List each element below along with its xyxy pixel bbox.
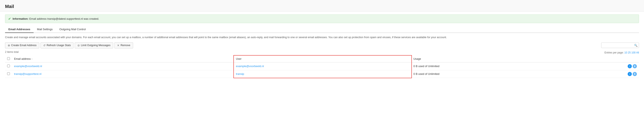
limit-outgoing-messages-label: Limit Outgoing Messages bbox=[81, 44, 110, 47]
entries-all-link[interactable]: All bbox=[636, 51, 639, 54]
limit-icon: ⊘ bbox=[78, 44, 80, 47]
usage-column-label: Usage bbox=[414, 57, 421, 60]
select-all-header bbox=[5, 56, 12, 62]
row-1-checkbox-cell bbox=[5, 62, 12, 70]
tab-bar: Email Addresses Mail Settings Outgoing M… bbox=[5, 26, 639, 33]
alert-banner: ✔ Information: Email address transip@dat… bbox=[5, 14, 639, 23]
row-1-usage-value: 0 B used of Unlimited bbox=[414, 65, 440, 68]
row-2-email-cell: transip@supporttest.nl bbox=[12, 70, 234, 78]
table-row: transip@supporttest.nl transip 0 B used … bbox=[5, 70, 639, 78]
row-2-info-icon[interactable]: i bbox=[628, 72, 632, 76]
search-wrapper: 🔍 bbox=[601, 43, 639, 48]
row-1-email-link[interactable]: example@voorbeeld.nl bbox=[14, 65, 42, 68]
entries-25-link[interactable]: 25 bbox=[628, 51, 630, 54]
check-circle-icon: ✔ bbox=[8, 17, 11, 21]
toolbar: ⊕ Create Email Address ↺ Refresh Usage S… bbox=[5, 42, 639, 48]
create-email-address-button[interactable]: ⊕ Create Email Address bbox=[5, 42, 39, 48]
refresh-icon: ↺ bbox=[43, 44, 46, 47]
items-total: 2 items total bbox=[5, 50, 19, 53]
row-2-email-link[interactable]: transip@supporttest.nl bbox=[14, 72, 41, 75]
email-column-label: Email address bbox=[14, 57, 31, 60]
row-1-info-icon[interactable]: i bbox=[628, 64, 632, 68]
entries-per-page: Entries per page: 10 25 100 All bbox=[604, 51, 639, 54]
user-column-header: User bbox=[234, 56, 412, 62]
row-1-email-cell: example@voorbeeld.nl bbox=[12, 62, 234, 70]
row-2-checkbox-cell bbox=[5, 70, 12, 78]
user-column-label: User bbox=[236, 57, 242, 60]
row-1-user-link[interactable]: example@voorbeeld.nl bbox=[236, 65, 264, 68]
row-2-user-cell: transip bbox=[234, 70, 412, 78]
remove-label: Remove bbox=[120, 44, 130, 47]
plus-icon: ⊕ bbox=[8, 44, 10, 47]
row-2-usage-value: 0 B used of Unlimited bbox=[414, 72, 440, 75]
search-input[interactable] bbox=[601, 43, 639, 48]
row-1-usage-cell: 0 B used of Unlimited bbox=[412, 62, 626, 70]
create-email-address-label: Create Email Address bbox=[11, 44, 36, 47]
row-1-download-icon[interactable]: ⬇ bbox=[633, 64, 637, 68]
entries-10-link[interactable]: 10 bbox=[624, 51, 627, 54]
row-2-download-icon[interactable]: ⬇ bbox=[633, 72, 637, 76]
row-2-actions-cell: i ⬇ bbox=[626, 70, 639, 78]
email-table-container: Email address ↑ User Usage bbox=[5, 56, 639, 78]
sort-arrow-icon: ↑ bbox=[32, 58, 32, 60]
entries-label: Entries per page: bbox=[604, 51, 624, 54]
limit-outgoing-messages-button[interactable]: ⊘ Limit Outgoing Messages bbox=[75, 42, 113, 48]
alert-label: Information: bbox=[12, 17, 28, 20]
entries-100-link[interactable]: 100 bbox=[632, 51, 636, 54]
row-2-user-link[interactable]: transip bbox=[236, 72, 244, 75]
tab-email-addresses[interactable]: Email Addresses bbox=[5, 26, 34, 33]
row-1-checkbox[interactable] bbox=[7, 65, 10, 67]
tab-mail-settings[interactable]: Mail Settings bbox=[34, 26, 56, 33]
table-row: example@voorbeeld.nl example@voorbeeld.n… bbox=[5, 62, 639, 70]
email-column-header[interactable]: Email address ↑ bbox=[12, 56, 234, 62]
section-description: Create and manage email accounts associa… bbox=[5, 35, 639, 39]
row-2-checkbox[interactable] bbox=[7, 72, 10, 75]
remove-button[interactable]: ✕ Remove bbox=[114, 42, 133, 48]
actions-column-header bbox=[626, 56, 639, 62]
page-title: Mail bbox=[5, 4, 639, 9]
select-all-checkbox[interactable] bbox=[7, 57, 10, 60]
row-2-usage-cell: 0 B used of Unlimited bbox=[412, 70, 626, 78]
table-meta: 2 items total Entries per page: 10 25 10… bbox=[5, 50, 639, 55]
tab-outgoing-mail-control[interactable]: Outgoing Mail Control bbox=[56, 26, 89, 33]
remove-icon: ✕ bbox=[117, 44, 120, 47]
refresh-usage-stats-button[interactable]: ↺ Refresh Usage Stats bbox=[40, 42, 74, 48]
row-1-actions-cell: i ⬇ bbox=[626, 62, 639, 70]
email-table: Email address ↑ User Usage bbox=[5, 56, 639, 78]
row-1-user-cell: example@voorbeeld.nl bbox=[234, 62, 412, 70]
usage-column-header: Usage bbox=[412, 56, 626, 62]
alert-message: Email address transip@datest.supporttest… bbox=[29, 17, 99, 20]
refresh-usage-stats-label: Refresh Usage Stats bbox=[46, 44, 71, 47]
